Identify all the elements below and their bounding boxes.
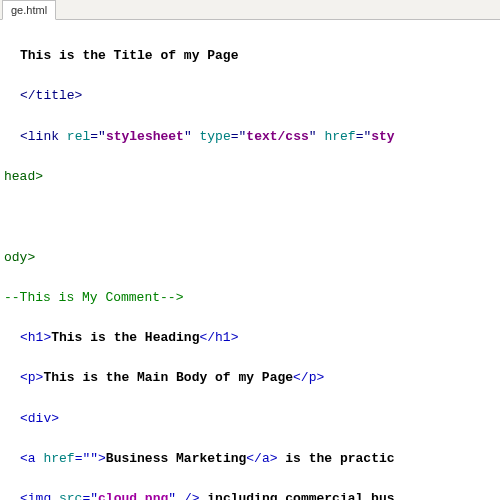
img-line: <img src="cloud.png" /> including commer… xyxy=(4,489,496,500)
h1-line: <h1>This is the Heading</h1> xyxy=(4,328,496,348)
title-text: This is the Title of my Page xyxy=(4,46,496,66)
head-close: head> xyxy=(4,167,496,187)
p-line: <p>This is the Main Body of my Page</p> xyxy=(4,368,496,388)
link-tag-line: <link rel="stylesheet" type="text/css" h… xyxy=(4,127,496,147)
body-open: ody> xyxy=(4,248,496,268)
blank1 xyxy=(4,207,496,227)
close-title-tag: </title> xyxy=(4,86,496,106)
anchor-line: <a href="">Business Marketing</a> is the… xyxy=(4,449,496,469)
file-tab[interactable]: ge.html xyxy=(2,0,56,20)
comment-line: --This is My Comment--> xyxy=(4,288,496,308)
code-editor[interactable]: This is the Title of my Page </title> <l… xyxy=(0,20,500,500)
div-open-line: <div> xyxy=(4,409,496,429)
tab-bar: ge.html xyxy=(0,0,500,20)
